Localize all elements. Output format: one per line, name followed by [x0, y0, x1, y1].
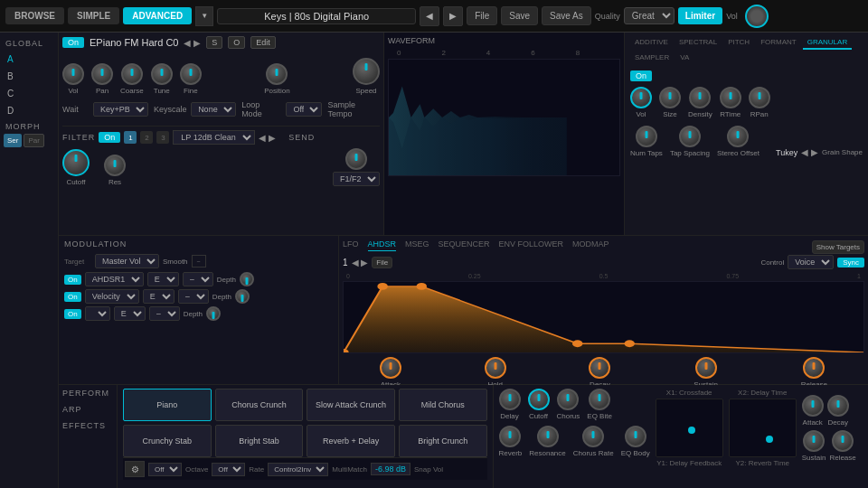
mod-tab-mseg[interactable]: MSEG: [405, 239, 429, 251]
mod-depth-knob-3[interactable]: [206, 306, 221, 321]
gran-stereooffset-knob[interactable]: [727, 126, 749, 147]
mod-on-2[interactable]: On: [64, 292, 81, 302]
mod-depth-knob-1[interactable]: [240, 272, 254, 286]
loop-mode-select[interactable]: None: [191, 102, 236, 117]
mod-source-2[interactable]: Velocity: [85, 289, 139, 304]
key-pb-select[interactable]: Key+PB: [93, 102, 148, 117]
decay-knob[interactable]: [589, 357, 610, 379]
quality-select[interactable]: Great: [624, 7, 675, 24]
fx-chorus-knob[interactable]: [557, 389, 579, 410]
preset-mild-chorus[interactable]: Mild Chorus: [399, 389, 487, 421]
grain-shape-nav[interactable]: ◀ ▶: [801, 147, 818, 157]
fx-attack-knob[interactable]: [802, 395, 824, 417]
tab-spectral[interactable]: SPECTRAL: [675, 36, 722, 50]
mod-tab-lfo[interactable]: LFO: [343, 239, 359, 251]
filter-num-3[interactable]: 3: [156, 131, 169, 144]
speed-knob[interactable]: [353, 58, 380, 85]
preset-chorus-crunch[interactable]: Chorus Crunch: [215, 389, 304, 421]
mod-on-1[interactable]: On: [64, 275, 81, 285]
advanced-button[interactable]: ADVANCED: [123, 7, 192, 24]
file-button[interactable]: File: [467, 6, 497, 25]
x2-pad[interactable]: [729, 399, 797, 457]
preset-piano[interactable]: Piano: [123, 389, 212, 421]
fx-chorusrate-knob[interactable]: [582, 426, 604, 447]
res-knob[interactable]: [104, 155, 126, 176]
tab-sampler[interactable]: SAMPLER: [630, 52, 674, 65]
par-button[interactable]: Par: [24, 134, 43, 147]
fx-sustain-knob[interactable]: [803, 430, 825, 452]
section-d[interactable]: D: [2, 102, 56, 119]
rate-select[interactable]: Off: [212, 463, 245, 476]
limiter-button[interactable]: Limiter: [678, 7, 722, 24]
filter-num-2[interactable]: 2: [140, 131, 153, 144]
gran-size-knob[interactable]: [659, 87, 681, 108]
multimatch-select[interactable]: Control2Inv: [268, 463, 328, 476]
section-c[interactable]: C: [2, 85, 56, 102]
mod-arrow-2[interactable]: –: [178, 289, 209, 304]
f1f2-knob[interactable]: [345, 148, 367, 170]
gran-density-knob[interactable]: [689, 87, 711, 108]
fx-eqbody-knob[interactable]: [625, 426, 646, 447]
section-a[interactable]: A: [2, 51, 56, 68]
preset-bright-crunch[interactable]: Bright Crunch: [399, 425, 487, 457]
fx-delay-knob[interactable]: [499, 389, 521, 410]
octave-select[interactable]: Off: [148, 463, 182, 476]
gran-rpan-knob[interactable]: [749, 87, 770, 108]
tab-formant[interactable]: FORMANT: [756, 36, 801, 50]
gear-button[interactable]: ⚙: [125, 461, 145, 477]
save-button[interactable]: Save: [501, 6, 538, 25]
global-on-button[interactable]: On: [62, 37, 84, 48]
voice-select[interactable]: Voice: [788, 255, 834, 269]
fx-resonance-knob[interactable]: [537, 426, 559, 447]
save-as-button[interactable]: Save As: [542, 6, 591, 25]
gran-numtaps-knob[interactable]: [636, 126, 657, 147]
release-knob[interactable]: [803, 357, 825, 379]
dropdown-button[interactable]: ▼: [195, 6, 213, 26]
mod-polarity-1[interactable]: E: [147, 272, 179, 286]
filter-on-button[interactable]: On: [99, 132, 120, 143]
mod-depth-knob-2[interactable]: [235, 289, 250, 304]
gran-tapspacing-knob[interactable]: [679, 126, 701, 147]
tab-va[interactable]: VA: [675, 52, 693, 65]
mod-polarity-2[interactable]: E: [143, 289, 175, 304]
gran-rtime-knob[interactable]: [720, 87, 741, 108]
show-targets-button[interactable]: Show Targets: [812, 240, 864, 254]
simple-button[interactable]: SIMPLE: [68, 7, 119, 24]
attack-knob[interactable]: [380, 357, 401, 379]
env-nav[interactable]: ◀ ▶: [352, 258, 369, 267]
mod-arrow-1[interactable]: –: [183, 272, 213, 286]
o-button[interactable]: O: [228, 36, 245, 49]
prev-preset-button[interactable]: ◀: [420, 6, 439, 26]
mod-source-1[interactable]: AHDSR1: [85, 272, 144, 286]
cutoff-knob[interactable]: [62, 149, 90, 176]
x1-pad[interactable]: [656, 399, 723, 457]
fx-reverb-knob[interactable]: [499, 426, 521, 447]
preset-reverb-delay[interactable]: Reverb + Delay: [307, 425, 395, 457]
x2-dot[interactable]: [766, 436, 773, 443]
global-nav-arrows[interactable]: ◀ ▶: [184, 38, 201, 48]
mod-target-select[interactable]: Master Vol: [95, 254, 159, 268]
position-knob[interactable]: [266, 63, 288, 85]
f1f2-select[interactable]: F1/F2: [333, 172, 380, 186]
fx-eqbite-knob[interactable]: [589, 389, 610, 410]
fine-knob[interactable]: [180, 63, 202, 85]
filter-type-select[interactable]: LP 12dB Clean: [173, 130, 255, 145]
preset-bright-stab[interactable]: Bright Stab: [215, 425, 304, 457]
env-file-button[interactable]: File: [372, 257, 392, 268]
off-select[interactable]: Off: [286, 102, 322, 117]
nav-arrows-filter[interactable]: ◀ ▶: [259, 133, 276, 143]
tab-granular[interactable]: GRANULAR: [803, 36, 852, 50]
fx-release-knob[interactable]: [832, 430, 854, 452]
mod-source-3[interactable]: [85, 306, 110, 321]
mod-on-3[interactable]: On: [64, 309, 81, 319]
smooth-button[interactable]: ~: [192, 255, 206, 267]
x1-dot[interactable]: [688, 427, 695, 434]
filter-num-1[interactable]: 1: [124, 131, 137, 144]
vol-knob[interactable]: [745, 5, 769, 28]
browse-button[interactable]: BROWSE: [5, 7, 64, 24]
tab-pitch[interactable]: PITCH: [723, 36, 754, 50]
next-preset-button[interactable]: ▶: [443, 6, 463, 26]
mod-tab-env[interactable]: ENV FOLLOWER: [499, 239, 564, 251]
preset-crunchy-stab[interactable]: Crunchy Stab: [123, 425, 212, 457]
granular-on-button[interactable]: On: [630, 70, 652, 81]
